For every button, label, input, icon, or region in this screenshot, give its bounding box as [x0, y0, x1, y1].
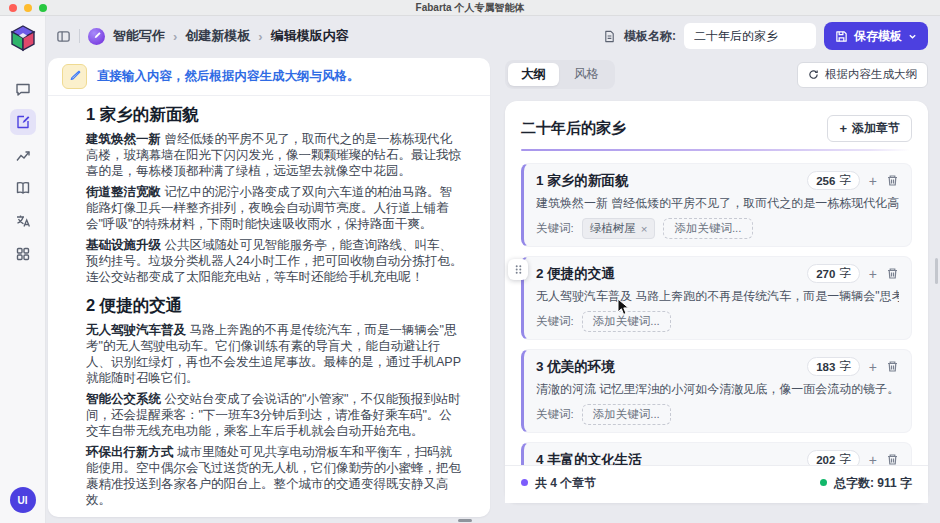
doc-heading: 2 便捷的交通: [86, 295, 464, 317]
vertical-scrollbar[interactable]: [935, 258, 938, 284]
delete-chapter-icon[interactable]: [886, 453, 899, 465]
document-body[interactable]: 1 家乡的新面貌 建筑焕然一新 曾经低矮的平房不见了，取而代之的是一栋栋现代化高…: [48, 96, 490, 517]
window-title: Fabarta 个人专属智能体: [0, 1, 940, 15]
icon-rail: UI: [0, 16, 46, 523]
hint-banner: 直接输入内容，然后根据内容生成大纲与风格。: [48, 58, 490, 96]
chapter-title: 3 优美的环境: [536, 358, 615, 376]
save-template-button[interactable]: 保存模板: [824, 22, 928, 50]
keyword-tag[interactable]: 绿植树屋×: [582, 218, 656, 239]
breadcrumb-edit-template-content: 编辑模版内容: [271, 27, 349, 45]
outline-card: 二十年后的家乡 + 添加章节 1 家乡的新面貌: [505, 101, 928, 503]
outline-footer: 共 4 个章节 总字数: 911 字: [505, 465, 928, 503]
chapter-card[interactable]: 2 便捷的交通 270字 + 无人驾驶汽车普及: [521, 256, 912, 340]
chapter-excerpt: 无人驾驶汽车普及 马路上奔跑的不再是传统汽车，而是一辆辆会"思考"的无人驾驶电动: [536, 288, 899, 305]
keyword-label: 关键词:: [536, 314, 574, 329]
template-name-input[interactable]: [684, 23, 816, 49]
collapse-panel-icon[interactable]: [56, 29, 71, 44]
document-editor-panel: 直接输入内容，然后根据内容生成大纲与风格。 1 家乡的新面貌 建筑焕然一新 曾经…: [48, 58, 490, 517]
word-count-badge: 270字: [807, 264, 860, 283]
chapter-card[interactable]: 4 丰富的文化生活 202字 + 智能图书馆新体: [521, 442, 912, 465]
outline-title[interactable]: 二十年后的家乡: [521, 119, 626, 138]
remove-keyword-icon[interactable]: ×: [641, 223, 648, 235]
doc-paragraph: 街道整洁宽敞 记忆中的泥泞小路变成了双向六车道的柏油马路。智能路灯像卫兵一样整齐…: [86, 184, 464, 232]
divider: [79, 29, 80, 43]
tab-outline[interactable]: 大纲: [508, 63, 559, 86]
doc-paragraph: 基础设施升级 公共区域随处可见智能服务亭，能查询路线、叫车、预约挂号。垃圾分类机…: [86, 237, 464, 285]
add-keyword-button[interactable]: 添加关键词...: [582, 404, 671, 425]
writing-app-icon: [88, 28, 105, 45]
chapter-excerpt: 建筑焕然一新 曾经低矮的平房不见了，取而代之的是一栋栋现代化高楼。玻璃幕墙在阳光: [536, 195, 899, 212]
topbar: 智能写作 › 创建新模板 › 编辑模版内容 模板名称:: [46, 16, 940, 56]
doc-paragraph: 建筑焕然一新 曾经低矮的平房不见了，取而代之的是一栋栋现代化高楼，玻璃幕墙在阳光…: [86, 131, 464, 179]
chat-icon[interactable]: [10, 76, 36, 102]
doc-paragraph: 智能公交系统 公交站台变成了会说话的"小管家"，不仅能预报到站时间，还会提醒乘客…: [86, 391, 464, 439]
add-subchapter-button[interactable]: +: [869, 267, 877, 281]
breadcrumb-separator: ›: [173, 29, 177, 44]
outline-tabs: 大纲 风格: [505, 60, 615, 89]
word-count-badge: 202字: [807, 450, 860, 465]
add-subchapter-button[interactable]: +: [869, 360, 877, 374]
apps-grid-icon[interactable]: [10, 241, 36, 267]
save-icon: [835, 30, 848, 43]
plus-icon: +: [839, 121, 847, 136]
app-logo[interactable]: [9, 24, 37, 52]
chapter-title: 2 便捷的交通: [536, 265, 615, 283]
document-icon: [603, 30, 616, 43]
title-underline: [521, 149, 910, 151]
delete-chapter-icon[interactable]: [886, 360, 899, 373]
chapter-count: 共 4 个章节: [521, 475, 596, 492]
drag-handle[interactable]: [508, 259, 528, 280]
word-count-badge: 256字: [807, 171, 860, 190]
pencil-icon: [62, 64, 87, 89]
add-keyword-button[interactable]: 添加关键词...: [582, 311, 671, 332]
library-icon[interactable]: [10, 175, 36, 201]
chapter-count-dot: [521, 479, 528, 486]
add-subchapter-button[interactable]: +: [869, 453, 877, 466]
total-words: 总字数: 911 字: [820, 475, 912, 492]
chapter-card[interactable]: 3 优美的环境 183字 + 清澈的河流 记忆里: [521, 349, 912, 433]
refresh-icon: [808, 69, 819, 80]
breadcrumb-create-template[interactable]: 创建新模板: [185, 27, 250, 45]
chapter-excerpt: 清澈的河流 记忆里浑浊的小河如今清澈见底，像一面会流动的镜子。阳光洒在水面上，泛: [536, 381, 899, 398]
chapter-list: 1 家乡的新面貌 256字 + 建筑焕然一新 曾: [521, 163, 912, 465]
keyword-label: 关键词:: [536, 407, 574, 422]
user-avatar[interactable]: UI: [10, 487, 36, 513]
chapter-card[interactable]: 1 家乡的新面貌 256字 + 建筑焕然一新 曾: [521, 163, 912, 247]
doc-paragraph: 无人驾驶汽车普及 马路上奔跑的不再是传统汽车，而是一辆辆会"思考"的无人驾驶电动…: [86, 322, 464, 386]
delete-chapter-icon[interactable]: [886, 174, 899, 187]
delete-chapter-icon[interactable]: [886, 267, 899, 280]
doc-paragraph: 环保出行新方式 城市里随处可见共享电动滑板车和平衡车，扫码就能使用。空中偶尔会飞…: [86, 444, 464, 508]
hint-banner-text: 直接输入内容，然后根据内容生成大纲与风格。: [97, 68, 360, 85]
tab-style[interactable]: 风格: [561, 63, 612, 86]
chapter-title: 1 家乡的新面貌: [536, 172, 628, 190]
analytics-icon[interactable]: [10, 142, 36, 168]
doc-heading: 1 家乡的新面貌: [86, 104, 464, 126]
app-window: Fabarta 个人专属智能体: [0, 0, 940, 523]
add-chapter-button[interactable]: + 添加章节: [827, 115, 912, 142]
breadcrumb-smart-writing[interactable]: 智能写作: [113, 27, 165, 45]
add-subchapter-button[interactable]: +: [869, 174, 877, 188]
chapter-title: 4 丰富的文化生活: [536, 451, 642, 466]
translate-icon[interactable]: [10, 208, 36, 234]
macos-titlebar: Fabarta 个人专属智能体: [0, 0, 940, 16]
total-words-dot: [820, 479, 827, 486]
breadcrumb-separator: ›: [258, 29, 262, 44]
generate-outline-button[interactable]: 根据内容生成大纲: [797, 62, 928, 88]
outline-panel: 大纲 风格 根据内容生成大纲 二十年后的家乡: [505, 58, 928, 517]
chevron-down-icon: [908, 32, 917, 41]
word-count-badge: 183字: [807, 357, 860, 376]
add-keyword-button[interactable]: 添加关键词...: [663, 218, 752, 239]
writing-icon[interactable]: [10, 109, 36, 135]
horizontal-scrollbar[interactable]: [458, 519, 472, 522]
keyword-label: 关键词:: [536, 221, 574, 236]
template-name-label: 模板名称:: [624, 28, 676, 45]
